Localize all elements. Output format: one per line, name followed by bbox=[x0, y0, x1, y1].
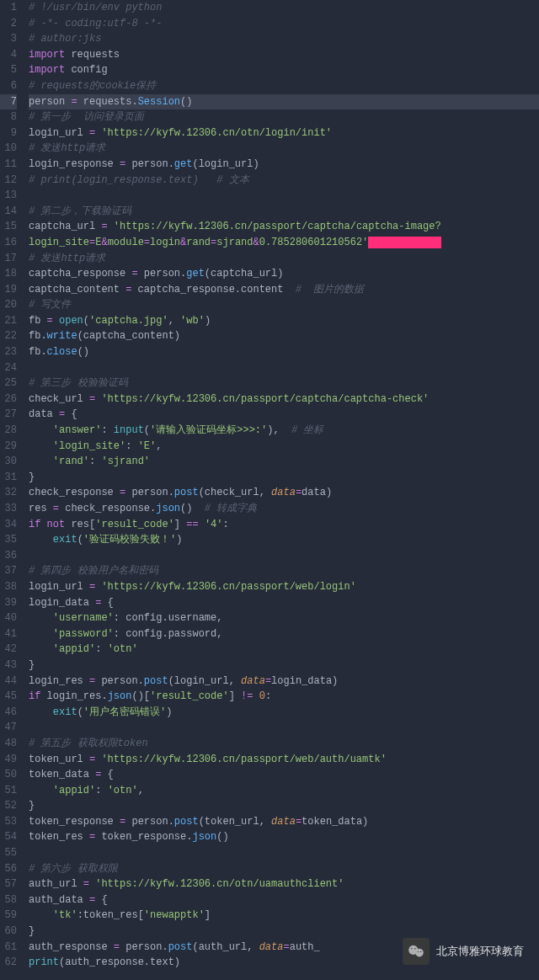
code-line[interactable]: if login_res.json()['result_code'] != 0: bbox=[29, 689, 539, 705]
code-line[interactable]: # 第六步 获取权限 bbox=[29, 861, 539, 877]
code-line[interactable]: login_url = 'https://kyfw.12306.cn/otn/l… bbox=[29, 125, 539, 141]
code-line[interactable]: login_res = person.post(login_url, data=… bbox=[29, 674, 539, 690]
code-line[interactable] bbox=[29, 548, 539, 564]
line-number: 53 bbox=[0, 814, 17, 830]
code-line[interactable]: # 第一步 访问登录页面 bbox=[29, 109, 539, 125]
watermark-text: 北京博雅环球教育 bbox=[436, 944, 524, 960]
code-line[interactable]: # print(login_response.text) # 文本 bbox=[29, 173, 539, 189]
code-line[interactable]: check_response = person.post(check_url, … bbox=[29, 485, 539, 501]
code-line[interactable]: 'username': config.username, bbox=[29, 610, 539, 626]
code-line[interactable]: login_response = person.get(login_url) bbox=[29, 157, 539, 173]
code-line[interactable]: auth_url = 'https://kyfw.12306.cn/otn/ua… bbox=[29, 876, 539, 892]
code-line[interactable]: } bbox=[29, 924, 539, 940]
token: , bbox=[168, 315, 180, 327]
code-line[interactable]: data = { bbox=[29, 407, 539, 423]
token: = bbox=[265, 675, 271, 687]
code-line[interactable]: # 发送http请求 bbox=[29, 251, 539, 267]
line-number: 7 bbox=[0, 94, 17, 110]
code-line[interactable]: # !/usr/bin/env python bbox=[29, 0, 539, 16]
code-line[interactable]: fb = open('captcha.jpg', 'wb') bbox=[29, 313, 539, 329]
code-line[interactable]: check_url = 'https://kyfw.12306.cn/passp… bbox=[29, 391, 539, 407]
code-line[interactable]: captcha_response = person.get(captcha_ur… bbox=[29, 266, 539, 282]
line-number: 15 bbox=[0, 219, 17, 235]
code-line[interactable]: login_url = 'https://kyfw.12306.cn/passp… bbox=[29, 579, 539, 595]
token bbox=[29, 440, 53, 452]
token: 'password' bbox=[53, 628, 114, 640]
code-line[interactable]: login_site=E&module=login&rand=sjrand&0.… bbox=[29, 235, 539, 251]
token: captcha_response.content bbox=[131, 284, 289, 296]
watermark: 北京博雅环球教育 bbox=[403, 938, 524, 965]
code-line[interactable]: token_response = person.post(token_url, … bbox=[29, 814, 539, 830]
code-line[interactable]: exit('验证码校验失败！') bbox=[29, 532, 539, 548]
token: # -*- coding:utf-8 -*- bbox=[29, 18, 162, 29]
token: # 第三步 校验验证码 bbox=[29, 377, 128, 389]
code-line[interactable] bbox=[29, 845, 539, 861]
token: 'sjrand' bbox=[101, 455, 150, 467]
line-number: 27 bbox=[0, 407, 17, 423]
code-line[interactable]: # 第三步 校验验证码 bbox=[29, 375, 539, 391]
token: = bbox=[114, 941, 120, 953]
code-line[interactable]: # 写文件 bbox=[29, 297, 539, 313]
line-number: 30 bbox=[0, 454, 17, 470]
code-line[interactable]: # -*- coding:utf-8 -*- bbox=[29, 16, 539, 32]
line-number: 8 bbox=[0, 109, 17, 125]
line-number: 13 bbox=[0, 188, 17, 204]
code-line[interactable]: token_data = { bbox=[29, 767, 539, 783]
code-line[interactable]: captcha_url = 'https://kyfw.12306.cn/pas… bbox=[29, 219, 539, 235]
token: () bbox=[180, 96, 192, 108]
token: 'otn' bbox=[108, 785, 138, 796]
code-line[interactable]: fb.close() bbox=[29, 344, 539, 360]
code-line[interactable]: } bbox=[29, 798, 539, 814]
code-line[interactable]: 'appid': 'otn', bbox=[29, 783, 539, 799]
code-line[interactable]: person = requests.Session() bbox=[29, 94, 539, 110]
token: # 第二步，下载验证码 bbox=[29, 205, 131, 217]
code-line[interactable]: import requests bbox=[29, 47, 539, 63]
code-area[interactable]: # !/usr/bin/env python# -*- coding:utf-8… bbox=[24, 0, 539, 971]
code-line[interactable]: fb.write(captcha_content) bbox=[29, 328, 539, 344]
code-line[interactable]: res = check_response.json() # 转成字典 bbox=[29, 501, 539, 517]
code-line[interactable]: token_res = token_response.json() bbox=[29, 829, 539, 845]
line-number-gutter: 1234567891011121314151617181920212223242… bbox=[0, 0, 24, 971]
code-line[interactable]: exit('用户名密码错误') bbox=[29, 705, 539, 721]
token: 'result_code' bbox=[95, 519, 174, 530]
code-line[interactable]: 'rand': 'sjrand' bbox=[29, 454, 539, 470]
line-number: 54 bbox=[0, 829, 17, 845]
code-line[interactable]: captcha_content = captcha_response.conte… bbox=[29, 282, 539, 298]
token: '验证码校验失败！' bbox=[83, 534, 176, 546]
code-line[interactable] bbox=[29, 360, 539, 376]
code-line[interactable]: 'answer': input('请输入验证码坐标>>>:'), # 坐标 bbox=[29, 423, 539, 439]
code-line[interactable]: } bbox=[29, 658, 539, 674]
code-line[interactable]: 'appid': 'otn' bbox=[29, 642, 539, 658]
code-line[interactable]: token_url = 'https://kyfw.12306.cn/passp… bbox=[29, 752, 539, 768]
line-number: 62 bbox=[0, 955, 17, 971]
code-line[interactable]: import config bbox=[29, 62, 539, 78]
token: '请输入验证码坐标>>>:' bbox=[150, 424, 267, 436]
token: requests. bbox=[77, 96, 138, 108]
code-line[interactable]: 'tk':token_res['newapptk'] bbox=[29, 908, 539, 924]
code-line[interactable]: # author:jks bbox=[29, 31, 539, 47]
code-line[interactable]: # 第五步 获取权限token bbox=[29, 736, 539, 752]
token: post bbox=[174, 816, 199, 828]
line-number: 5 bbox=[0, 62, 17, 78]
line-number: 20 bbox=[0, 297, 17, 313]
code-line[interactable]: # 发送http请求 bbox=[29, 141, 539, 157]
line-number: 31 bbox=[0, 470, 17, 486]
code-line[interactable]: if not res['result_code'] == '4': bbox=[29, 517, 539, 533]
token: # author:jks bbox=[29, 33, 101, 45]
token: : bbox=[125, 440, 137, 452]
code-line[interactable]: 'password': config.password, bbox=[29, 626, 539, 642]
token: (login_url) bbox=[192, 158, 259, 170]
code-line[interactable]: auth_data = { bbox=[29, 892, 539, 908]
code-line[interactable]: login_data = { bbox=[29, 595, 539, 611]
line-number: 9 bbox=[0, 125, 17, 141]
code-line[interactable] bbox=[29, 720, 539, 736]
code-line[interactable]: # 第四步 校验用户名和密码 bbox=[29, 563, 539, 579]
code-line[interactable]: } bbox=[29, 470, 539, 486]
token: get bbox=[174, 158, 193, 170]
token: } bbox=[29, 925, 35, 937]
code-line[interactable]: # requests的cookie保持 bbox=[29, 78, 539, 94]
code-line[interactable]: # 第二步，下载验证码 bbox=[29, 204, 539, 220]
code-line[interactable] bbox=[29, 188, 539, 204]
code-line[interactable]: 'login_site': 'E', bbox=[29, 439, 539, 455]
code-editor[interactable]: 1234567891011121314151617181920212223242… bbox=[0, 0, 539, 971]
